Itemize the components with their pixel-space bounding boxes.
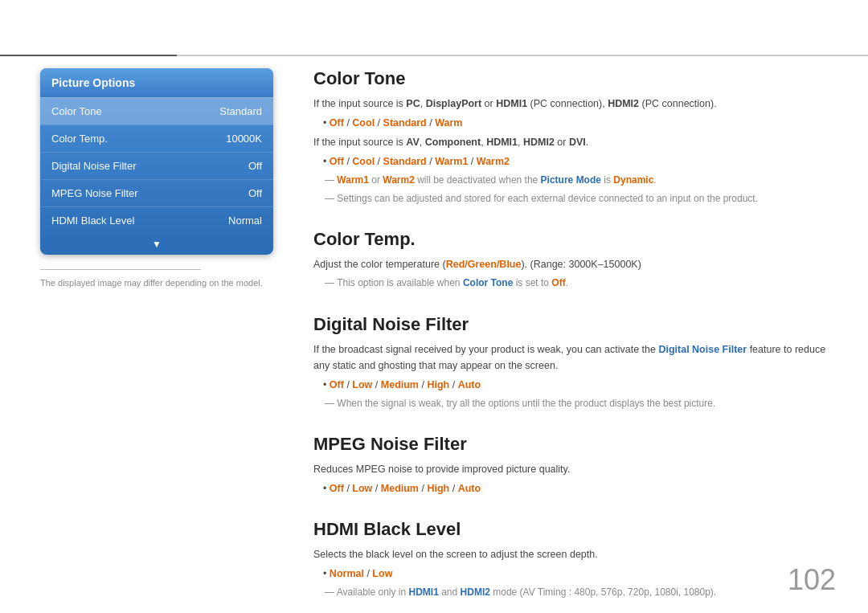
menu-item-hdmi-black[interactable]: HDMI Black Level Normal (40, 206, 273, 234)
sidebar-note: The displayed image may differ depending… (40, 278, 273, 288)
right-content: Color Tone If the input source is PC, Di… (313, 68, 836, 613)
section-title-digital-noise: Digital Noise Filter (313, 314, 836, 335)
section-title-color-tone: Color Tone (313, 68, 836, 89)
top-bar-active (0, 55, 177, 56)
menu-label-color-temp: Color Temp. (51, 133, 108, 145)
section-body-hdmi-black: Selects the black level on the screen to… (313, 546, 836, 600)
menu-value-digital-noise: Off (248, 160, 262, 172)
menu-value-hdmi-black: Normal (228, 215, 262, 227)
section-hdmi-black: HDMI Black Level Selects the black level… (313, 519, 836, 600)
section-color-temp: Color Temp. Adjust the color temperature… (313, 229, 836, 291)
menu-value-mpeg-noise: Off (248, 187, 262, 199)
left-panel: Picture Options Color Tone Standard Colo… (40, 68, 273, 288)
picture-options-title: Picture Options (40, 68, 273, 97)
menu-arrow[interactable]: ▼ (40, 234, 273, 255)
menu-item-color-temp[interactable]: Color Temp. 10000K (40, 125, 273, 152)
menu-label-hdmi-black: HDMI Black Level (51, 215, 134, 227)
top-bar-inactive (177, 55, 868, 56)
sidebar-divider (40, 269, 201, 270)
page-number: 102 (788, 563, 836, 597)
section-color-tone: Color Tone If the input source is PC, Di… (313, 68, 836, 206)
picture-options-box: Picture Options Color Tone Standard Colo… (40, 68, 273, 255)
section-body-color-tone: If the input source is PC, DisplayPort o… (313, 96, 836, 206)
menu-label-mpeg-noise: MPEG Noise Filter (51, 187, 138, 199)
menu-item-mpeg-noise[interactable]: MPEG Noise Filter Off (40, 179, 273, 206)
section-body-mpeg-noise: Reduces MPEG noise to provide improved p… (313, 461, 836, 497)
menu-label-color-tone: Color Tone (51, 105, 102, 117)
menu-label-digital-noise: Digital Noise Filter (51, 160, 136, 172)
section-digital-noise: Digital Noise Filter If the broadcast si… (313, 314, 836, 411)
menu-item-digital-noise[interactable]: Digital Noise Filter Off (40, 152, 273, 179)
section-mpeg-noise: MPEG Noise Filter Reduces MPEG noise to … (313, 434, 836, 497)
section-title-hdmi-black: HDMI Black Level (313, 519, 836, 540)
section-title-color-temp: Color Temp. (313, 229, 836, 250)
menu-value-color-temp: 10000K (226, 133, 262, 145)
top-bar (0, 55, 868, 56)
menu-value-color-tone: Standard (219, 105, 262, 117)
menu-item-color-tone[interactable]: Color Tone Standard (40, 97, 273, 125)
section-title-mpeg-noise: MPEG Noise Filter (313, 434, 836, 455)
section-body-color-temp: Adjust the color temperature (Red/Green/… (313, 256, 836, 291)
section-body-digital-noise: If the broadcast signal received by your… (313, 341, 836, 411)
